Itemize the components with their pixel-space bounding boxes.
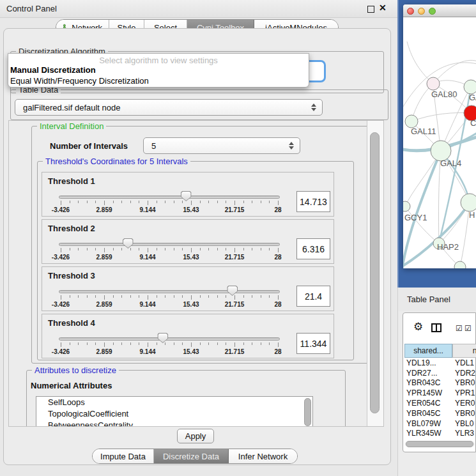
thresholds-group: Threshold's Coordinates for 5 Intervals …	[37, 161, 354, 360]
threshold-1-row: Threshold 1 -3.4262.8599.14415.4321.7152…	[42, 172, 334, 217]
cell: YER054C	[404, 399, 452, 408]
number-of-intervals-combobox[interactable]: 5	[143, 137, 300, 154]
slider-thumb[interactable]	[227, 286, 238, 296]
tab-impute-data-label: Impute Data	[100, 452, 146, 461]
list-item[interactable]: SelfLoops	[36, 397, 312, 408]
table-row[interactable]: YBR045CYBR0	[404, 408, 476, 418]
numerical-attributes-list[interactable]: SelfLoops TopologicalCoefficient Between…	[36, 396, 313, 427]
numerical-attributes-label: Numerical Attributes	[31, 381, 112, 390]
network-canvas[interactable]: GAL80 GA C GAL11 GAL4 GCY1 H HAP2	[403, 17, 476, 268]
control-panel-title: Control Panel	[6, 4, 57, 13]
table-data-group: Table Data galFiltered.sif default node	[10, 89, 388, 120]
table-panel-titlebar: Table Panel	[397, 288, 476, 311]
cell: YIL0	[452, 439, 476, 440]
node-gcy1[interactable]	[403, 201, 410, 211]
list-item[interactable]: BetweennessCentrality	[36, 420, 312, 427]
threshold-3-row: Threshold 3 -3.4262.8599.14415.4321.7152…	[42, 266, 334, 311]
minimize-traffic-light-icon[interactable]	[418, 8, 425, 15]
table-row[interactable]: YPR145WYPR1	[404, 388, 476, 398]
threshold-2-row: Threshold 2 -3.4262.8599.14415.4321.7152…	[42, 219, 334, 264]
cell: YBR0	[452, 378, 476, 387]
dropdown-item-manual-discretization[interactable]: Manual Discretization	[10, 65, 96, 75]
application-root: Control Panel ✕ Network Style Select Cyn…	[0, 0, 476, 476]
list-item[interactable]: TopologicalCoefficient	[36, 408, 312, 420]
control-panel-titlebar: Control Panel ✕	[0, 0, 397, 18]
table-data-combobox[interactable]: galFiltered.sif default node	[15, 99, 323, 116]
threshold-2-slider[interactable]: -3.4262.8599.14415.4321.71528	[59, 239, 280, 263]
column-header-name[interactable]: n	[452, 344, 476, 358]
gear-icon[interactable]: ⚙	[413, 321, 423, 332]
bottom-tabbar: Impute Data Discretize Data Infer Networ…	[92, 449, 298, 464]
threshold-1-value-field[interactable]: 14.713	[296, 191, 330, 212]
threshold-3-value-field[interactable]: 21.4	[296, 286, 330, 307]
node-label: GAL4	[440, 158, 461, 168]
cell: YDL1	[452, 358, 476, 367]
cell: YER0	[452, 399, 476, 408]
settings-scrollbar[interactable]	[367, 121, 383, 426]
list-scrollbar-thumb[interactable]	[304, 398, 311, 426]
threshold-4-value-field[interactable]: 11.344	[296, 333, 330, 354]
cell: YBR0	[452, 409, 476, 418]
table-row[interactable]: YLR345WYLR3	[404, 429, 476, 439]
interval-definition-group: Interval Definition Number of Intervals …	[31, 126, 370, 364]
checkbox-icon[interactable]: ☑	[456, 325, 463, 332]
table-row[interactable]: YDR27...YDR2	[404, 368, 476, 378]
node-right[interactable]	[461, 194, 476, 211]
tab-infer-network[interactable]: Infer Network	[229, 449, 297, 463]
cell: YBR045C	[404, 409, 452, 418]
table-horizontal-scrollbar[interactable]	[405, 441, 475, 447]
threshold-1-label: Threshold 1	[48, 176, 95, 186]
slider-scale: -3.4262.8599.14415.4321.71528	[61, 192, 278, 216]
combobox-arrows-icon	[289, 142, 294, 150]
cell: YLR345W	[404, 429, 452, 438]
node-label: GAL80	[431, 89, 457, 99]
table-body: YDL19...YDL1 YDR27...YDR2 YBR043CYBR0 YP…	[404, 358, 476, 440]
threshold-2-value-field[interactable]: 6.316	[296, 238, 330, 259]
thresholds-group-title: Threshold's Coordinates for 5 Intervals	[43, 157, 190, 166]
table-row[interactable]: YIL052CYIL0	[404, 438, 476, 440]
close-icon[interactable]: ✕	[379, 3, 387, 13]
slider-thumb[interactable]	[181, 191, 192, 201]
node-top-right[interactable]	[464, 80, 476, 94]
slider-scale: -3.4262.8599.14415.4321.71528	[61, 286, 278, 311]
tab-discretize-data[interactable]: Discretize Data	[154, 449, 229, 463]
table-row[interactable]: YBR043CYBR0	[404, 378, 476, 388]
node-label: GAL11	[411, 127, 436, 136]
network-view-window: GAL80 GA C GAL11 GAL4 GCY1 H HAP2	[403, 4, 476, 268]
columns-icon[interactable]	[431, 323, 441, 332]
slider-thumb[interactable]	[123, 238, 134, 249]
threshold-1-slider[interactable]: -3.4262.8599.14415.4321.71528	[59, 192, 280, 216]
tab-infer-network-label: Infer Network	[238, 452, 288, 461]
slider-thumb[interactable]	[157, 333, 168, 343]
threshold-4-slider[interactable]: -3.4262.8599.14415.4321.71528	[59, 334, 280, 358]
table-row[interactable]: YDL19...YDL1	[404, 358, 476, 368]
cell: YPR1	[452, 388, 476, 397]
dropdown-item-equal-width-frequency[interactable]: Equal Width/Frequency Discretization	[10, 76, 149, 86]
node-table: ⚙ ☑ ☑ shared... n YDL19...YDL1 YDR27...Y…	[403, 312, 476, 452]
table-horizontal-scrollbar-thumb[interactable]	[406, 441, 473, 447]
checkbox-icon[interactable]: ☑	[464, 325, 472, 332]
tab-discretize-data-label: Discretize Data	[163, 452, 219, 461]
cell: YDR2	[452, 369, 476, 378]
tab-impute-data[interactable]: Impute Data	[93, 449, 154, 463]
table-panel-title: Table Panel	[407, 295, 450, 304]
zoom-traffic-light-icon[interactable]	[429, 8, 436, 15]
node-bottom[interactable]	[454, 261, 466, 268]
threshold-2-label: Threshold 2	[48, 224, 95, 233]
settings-scrollbar-thumb[interactable]	[370, 132, 380, 413]
table-row[interactable]: YER054CYER0	[404, 398, 476, 408]
node-gal80[interactable]	[427, 77, 440, 90]
float-window-icon[interactable]	[367, 6, 374, 13]
column-header-shared-name[interactable]: shared...	[404, 344, 452, 358]
interval-definition-group-title: Interval Definition	[37, 121, 106, 131]
threshold-3-label: Threshold 3	[48, 271, 95, 280]
threshold-3-slider[interactable]: -3.4262.8599.14415.4321.71528	[59, 286, 280, 311]
close-traffic-light-icon[interactable]	[407, 8, 414, 15]
network-window-titlebar[interactable]	[403, 4, 476, 17]
apply-button[interactable]: Apply	[177, 429, 214, 443]
cell: YBR043C	[404, 378, 452, 387]
table-row[interactable]: YBL079WYBL0	[404, 418, 476, 429]
node-gal11[interactable]	[405, 115, 418, 128]
algorithm-dropdown-hint: Select algorithm to view settings	[8, 56, 309, 65]
settings-scrollpane: Interval Definition Number of Intervals …	[8, 120, 384, 427]
